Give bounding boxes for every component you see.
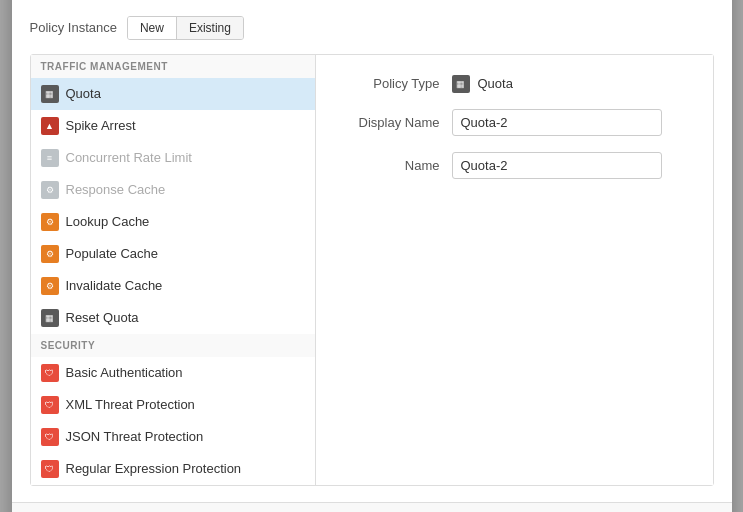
populate-cache-icon: ⚙: [41, 245, 59, 263]
list-item-response-cache: ⚙ Response Cache: [31, 174, 315, 206]
policy-type-row: Policy Type ▦ Quota: [340, 75, 689, 93]
right-panel: Policy Type ▦ Quota Display Name Name: [316, 55, 713, 485]
policy-instance-toggle-group: New Existing: [127, 16, 244, 40]
populate-cache-label: Populate Cache: [66, 246, 159, 261]
modal-footer: Cancel Add: [12, 502, 732, 513]
list-item-lookup-cache[interactable]: ⚙ Lookup Cache: [31, 206, 315, 238]
invalidate-cache-label: Invalidate Cache: [66, 278, 163, 293]
reset-quota-icon: ▦: [41, 309, 59, 327]
content-area: TRAFFIC MANAGEMENT ▦ Quota ▲ Spike Arres…: [30, 54, 714, 486]
left-panel: TRAFFIC MANAGEMENT ▦ Quota ▲ Spike Arres…: [31, 55, 316, 485]
section-header-security: SECURITY: [31, 334, 315, 357]
existing-toggle-button[interactable]: Existing: [177, 17, 243, 39]
basic-auth-label: Basic Authentication: [66, 365, 183, 380]
name-input[interactable]: [452, 152, 662, 179]
response-cache-label: Response Cache: [66, 182, 166, 197]
json-threat-icon: 🛡: [41, 428, 59, 446]
quota-icon: ▦: [41, 85, 59, 103]
modal-body: Policy Instance New Existing TRAFFIC MAN…: [12, 0, 732, 502]
modal-dialog: Add Step × Policy Instance New Existing …: [12, 0, 732, 512]
invalidate-cache-icon: ⚙: [41, 277, 59, 295]
name-row: Name: [340, 152, 689, 179]
spike-arrest-icon: ▲: [41, 117, 59, 135]
json-threat-label: JSON Threat Protection: [66, 429, 204, 444]
list-item-basic-auth[interactable]: 🛡 Basic Authentication: [31, 357, 315, 389]
regex-protect-icon: 🛡: [41, 460, 59, 478]
lookup-cache-icon: ⚙: [41, 213, 59, 231]
list-item-populate-cache[interactable]: ⚙ Populate Cache: [31, 238, 315, 270]
xml-threat-icon: 🛡: [41, 396, 59, 414]
reset-quota-label: Reset Quota: [66, 310, 139, 325]
section-header-traffic: TRAFFIC MANAGEMENT: [31, 55, 315, 78]
modal-overlay: Add Step × Policy Instance New Existing …: [0, 0, 743, 512]
spike-arrest-label: Spike Arrest: [66, 118, 136, 133]
name-label: Name: [340, 158, 440, 173]
display-name-row: Display Name: [340, 109, 689, 136]
list-item-xml-threat[interactable]: 🛡 XML Threat Protection: [31, 389, 315, 421]
quota-label: Quota: [66, 86, 101, 101]
list-item-invalidate-cache[interactable]: ⚙ Invalidate Cache: [31, 270, 315, 302]
list-item-concurrent-rate-limit: ≡ Concurrent Rate Limit: [31, 142, 315, 174]
policy-type-value: ▦ Quota: [452, 75, 513, 93]
policy-type-label: Policy Type: [340, 76, 440, 91]
regex-protect-label: Regular Expression Protection: [66, 461, 242, 476]
list-item-json-threat[interactable]: 🛡 JSON Threat Protection: [31, 421, 315, 453]
lookup-cache-label: Lookup Cache: [66, 214, 150, 229]
concurrent-rate-limit-icon: ≡: [41, 149, 59, 167]
list-item-regex-protect[interactable]: 🛡 Regular Expression Protection: [31, 453, 315, 485]
policy-type-icon: ▦: [452, 75, 470, 93]
display-name-input[interactable]: [452, 109, 662, 136]
response-cache-icon: ⚙: [41, 181, 59, 199]
display-name-label: Display Name: [340, 115, 440, 130]
new-toggle-button[interactable]: New: [128, 17, 177, 39]
concurrent-rate-limit-label: Concurrent Rate Limit: [66, 150, 192, 165]
list-item-quota[interactable]: ▦ Quota: [31, 78, 315, 110]
list-item-reset-quota[interactable]: ▦ Reset Quota: [31, 302, 315, 334]
policy-type-text: Quota: [478, 76, 513, 91]
list-item-spike-arrest[interactable]: ▲ Spike Arrest: [31, 110, 315, 142]
xml-threat-label: XML Threat Protection: [66, 397, 195, 412]
basic-auth-icon: 🛡: [41, 364, 59, 382]
policy-instance-row: Policy Instance New Existing: [30, 16, 714, 40]
policy-instance-label: Policy Instance: [30, 20, 117, 35]
